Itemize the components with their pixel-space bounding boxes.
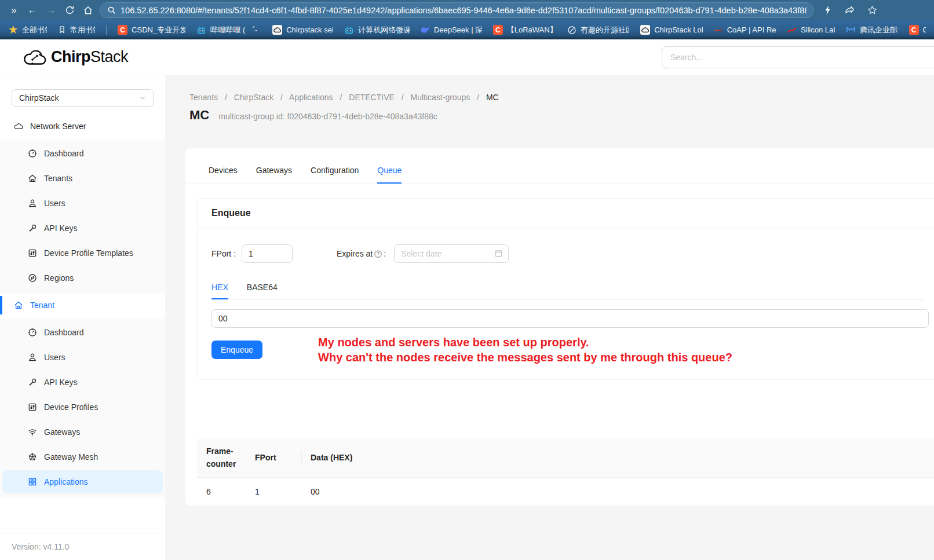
bookmark-item[interactable]: C CSDN_专业开发者 xyxy=(118,25,185,35)
breadcrumb-detective[interactable]: DETECTIVE xyxy=(349,93,395,102)
tenant-select[interactable]: ChirpStack xyxy=(12,89,154,107)
search-icon xyxy=(107,6,116,14)
sidebar-item-ns-tenants[interactable]: Tenants xyxy=(0,167,165,190)
cell-frame-counter: 6 xyxy=(197,478,246,506)
sidebar-item-network-server[interactable]: Network Server xyxy=(0,115,165,138)
sidebar: ChirpStack Network Server xyxy=(0,75,165,560)
col-frame-counter: Frame-counter xyxy=(197,438,246,478)
bookmark-item[interactable]: DeepSeek | 深度 xyxy=(421,25,482,35)
csdn-icon: C xyxy=(909,25,919,35)
sidebar-item-ns-device-profile-templates[interactable]: Device Profile Templates xyxy=(0,241,165,265)
breadcrumb: Tenants / ChirpStack / Applications / DE… xyxy=(165,75,934,102)
lightning-icon[interactable] xyxy=(823,5,832,15)
bookmark-item[interactable]: C C xyxy=(909,25,926,35)
bookmark-item[interactable]: 腾讯企业邮箱 xyxy=(846,25,898,35)
bookmark-item[interactable]: 常用书签 xyxy=(58,25,95,35)
search-input[interactable] xyxy=(662,46,934,68)
compass-icon xyxy=(28,273,37,283)
sidebar-item-ns-users[interactable]: Users xyxy=(0,192,165,215)
coap-icon xyxy=(714,27,723,33)
tab-base64[interactable]: BASE64 xyxy=(247,283,278,299)
bookmark-item[interactable]: ★ 全部书签 xyxy=(8,25,47,35)
key-icon xyxy=(28,224,37,233)
mesh-icon xyxy=(28,452,37,462)
sidebar-menu: Network Server Dashboard xyxy=(0,115,165,533)
breadcrumb-applications[interactable]: Applications xyxy=(289,93,333,102)
cloud-icon xyxy=(14,122,23,131)
chirpstack-logo[interactable]: ChirpStack xyxy=(23,48,128,66)
bookmark-item[interactable]: Silicon Labs xyxy=(787,25,835,34)
forward-icon[interactable]: → xyxy=(44,5,58,16)
user-icon xyxy=(28,353,37,362)
tab-hex[interactable]: HEX xyxy=(211,283,228,299)
question-circle-icon[interactable] xyxy=(374,250,382,258)
breadcrumb-chirpstack[interactable]: ChirpStack xyxy=(234,93,273,102)
bookmark-item[interactable]: 计算机网络微课堂 xyxy=(344,25,410,35)
bookmark-item[interactable]: ChirpStack LoRa xyxy=(640,25,703,35)
favorite-star-icon[interactable] xyxy=(867,5,877,15)
page-subtitle: multicast-group id: f020463b-d791-4deb-b… xyxy=(218,112,437,121)
sidebar-item-device-profiles[interactable]: Device Profiles xyxy=(0,396,165,419)
sidebar-item-tenant-dashboard[interactable]: Dashboard xyxy=(0,321,165,344)
tab-gateways[interactable]: Gateways xyxy=(256,166,292,184)
home-icon[interactable] xyxy=(81,3,95,17)
csdn-icon: C xyxy=(493,25,503,35)
sidebar-item-gateways[interactable]: Gateways xyxy=(0,420,165,444)
payload-hex-input[interactable] xyxy=(211,309,929,328)
opensource-icon xyxy=(567,25,577,35)
app-header: ChirpStack xyxy=(0,39,934,75)
sidebar-item-applications[interactable]: Applications xyxy=(2,470,163,493)
fport-input[interactable] xyxy=(242,244,293,263)
sidebar-item-tenant-api-keys[interactable]: API Keys xyxy=(0,371,165,394)
tab-devices[interactable]: Devices xyxy=(209,166,238,184)
bookmark-item[interactable]: CoAP | API Refer xyxy=(714,25,776,34)
user-icon xyxy=(28,199,37,208)
sidebar-item-ns-dashboard[interactable]: Dashboard xyxy=(0,142,165,165)
dashboard-icon xyxy=(28,328,37,337)
bookmark-item[interactable]: 有趣的开源社区 - xyxy=(567,25,629,35)
siliconlabs-icon xyxy=(787,27,797,34)
url-bar[interactable]: 106.52.65.226:8080/#/tenants/52f14cd4-c6… xyxy=(100,2,814,18)
tab-queue[interactable]: Queue xyxy=(377,166,402,184)
ribbon-icon xyxy=(58,25,66,34)
global-search xyxy=(662,46,934,68)
annotation-text: My nodes and servers have been set up pr… xyxy=(318,335,732,365)
calendar-icon xyxy=(494,249,503,258)
breadcrumb-current: MC xyxy=(486,93,499,102)
star-icon: ★ xyxy=(8,25,18,35)
sidebar-item-tenant-users[interactable]: Users xyxy=(0,346,165,369)
send-icon[interactable] xyxy=(845,5,855,15)
bookmarks-bar: ★ 全部书签 常用书签 C CSDN_专业开发者 xyxy=(0,20,934,39)
url-text: 106.52.65.226:8080/#/tenants/52f14cd4-c6… xyxy=(121,6,807,15)
tab-bar: Devices Gateways Configuration Queue xyxy=(185,148,934,184)
back-icon[interactable]: ← xyxy=(25,5,39,16)
sidebar-item-tenant[interactable]: Tenant xyxy=(0,294,165,317)
sidebar-item-ns-api-keys[interactable]: API Keys xyxy=(0,217,165,240)
chirpstack-cloud-icon xyxy=(640,25,650,35)
page-title: MC xyxy=(189,108,209,123)
enqueue-button[interactable]: Enqueue xyxy=(211,341,262,359)
bilibili-icon xyxy=(196,25,206,35)
sidebar-item-gateway-mesh[interactable]: Gateway Mesh xyxy=(0,445,165,469)
date-input[interactable] xyxy=(394,244,509,263)
refresh-icon[interactable] xyxy=(63,3,76,17)
tencent-mail-icon xyxy=(846,26,856,34)
main-content: Tenants / ChirpStack / Applications / DE… xyxy=(165,75,934,560)
tab-configuration[interactable]: Configuration xyxy=(311,166,359,184)
bookmark-item[interactable]: 哔哩哔哩 ( ゜- ゜)つ xyxy=(196,25,261,35)
logo-wordmark: ChirpStack xyxy=(51,48,128,66)
expires-date-picker[interactable] xyxy=(394,244,509,263)
col-fport: FPort xyxy=(246,438,301,478)
control-icon xyxy=(28,402,37,412)
expires-label: Expires at : xyxy=(337,249,386,258)
bookmark-item[interactable]: Chirpstack selec xyxy=(272,25,333,35)
bookmark-item[interactable]: C 【LoRaWAN】节 xyxy=(493,25,556,35)
sidebar-item-ns-regions[interactable]: Regions xyxy=(0,266,165,290)
fport-label: FPort : xyxy=(211,249,236,258)
breadcrumb-multicast-groups[interactable]: Multicast-groups xyxy=(411,93,470,102)
toolbar-overflow-icon[interactable]: » xyxy=(7,5,21,16)
bookmark-separator xyxy=(106,25,107,35)
col-data-hex: Data (HEX) xyxy=(301,438,934,478)
breadcrumb-tenants[interactable]: Tenants xyxy=(189,93,218,102)
queue-card: Devices Gateways Configuration Queue Enq… xyxy=(185,148,934,506)
